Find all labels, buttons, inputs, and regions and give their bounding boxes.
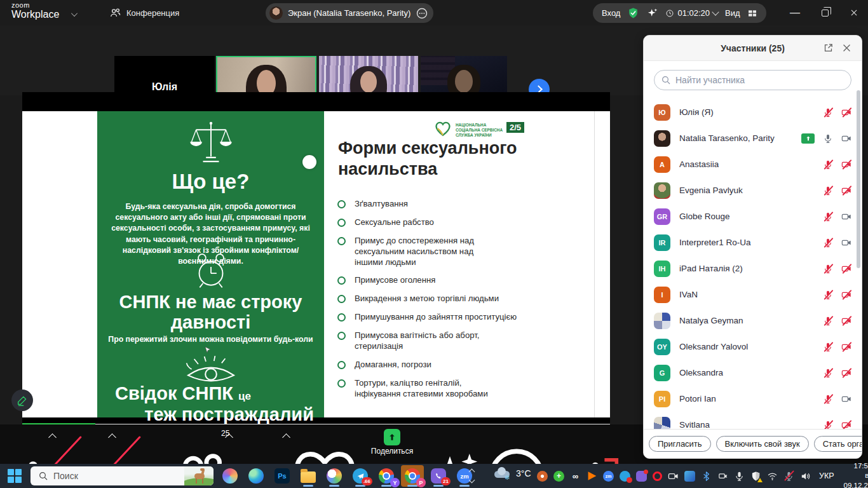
participant-row[interactable]: IH iPad Наталія (2): [644, 255, 862, 281]
annotate-button[interactable]: [11, 390, 33, 411]
mic-muted-icon[interactable]: [823, 107, 833, 118]
camera-on-icon[interactable]: [841, 212, 851, 222]
claim-host-button[interactable]: Стать организатором: [814, 436, 862, 452]
close-button[interactable]: [841, 0, 867, 25]
microphone-tray-icon[interactable]: [734, 471, 745, 482]
taskbar-search-input[interactable]: [53, 471, 179, 481]
meeting-timer[interactable]: 01:02:20: [665, 8, 718, 18]
mic-disabled-icon[interactable]: [783, 471, 794, 482]
camera-off-icon[interactable]: [841, 368, 851, 378]
volume-icon[interactable]: [800, 471, 811, 482]
participant-row[interactable]: GR Globe Rouge: [644, 203, 862, 229]
camera-on-icon[interactable]: [841, 238, 851, 248]
chrome-profile-p-icon[interactable]: P: [401, 465, 424, 487]
camera-on-icon[interactable]: [841, 133, 851, 144]
avatar: Ю: [654, 104, 670, 121]
photos-tray-icon[interactable]: [684, 471, 695, 482]
tab-meeting[interactable]: Конференция: [109, 0, 179, 25]
search-input[interactable]: [675, 75, 844, 85]
mic-muted-icon[interactable]: [823, 212, 833, 222]
participant-row[interactable]: A Anastasiia: [644, 151, 862, 177]
edge-icon[interactable]: [245, 465, 268, 487]
mic-muted-icon[interactable]: [823, 264, 833, 274]
camera-off-icon[interactable]: [841, 316, 851, 326]
camera-off-icon[interactable]: [841, 107, 851, 118]
camera-off-icon[interactable]: [841, 342, 851, 352]
taskbar-scroll-arrows[interactable]: [466, 465, 477, 487]
mic-muted-icon[interactable]: [823, 290, 833, 300]
view-grid-icon[interactable]: [747, 8, 757, 18]
person-face: [455, 70, 473, 93]
more-options-icon[interactable]: [416, 7, 428, 20]
start-button[interactable]: [8, 469, 22, 483]
mic-muted-icon[interactable]: [823, 159, 833, 170]
mic-muted-icon[interactable]: [823, 394, 833, 404]
paint-icon[interactable]: [323, 465, 346, 487]
participant-row[interactable]: IR Interpreter1 Ro-Ua: [644, 229, 862, 255]
participant-row[interactable]: OY Oleksandr Yalovol: [644, 334, 862, 360]
camera-off-icon[interactable]: [841, 186, 851, 196]
search-highlight-image[interactable]: [184, 466, 214, 485]
participant-row[interactable]: Ю Юлія (Я): [644, 99, 862, 125]
telegram-icon[interactable]: .66: [349, 465, 372, 487]
participant-row[interactable]: Natalia Tarasenko, Parity: [644, 125, 862, 151]
participant-row[interactable]: Evgenia Pavlyuk: [644, 177, 862, 203]
photoshop-icon[interactable]: Ps: [271, 465, 294, 487]
language-indicator[interactable]: УКР: [819, 471, 834, 480]
ai-sparkle-icon[interactable]: [646, 7, 658, 19]
viber-tray-icon[interactable]: [636, 471, 647, 482]
popout-icon[interactable]: [823, 43, 834, 53]
witness-line2: теж постраждалий: [97, 404, 324, 425]
opera-tray-icon[interactable]: [653, 471, 662, 481]
mouse-cursor: [204, 346, 212, 354]
view-button[interactable]: Вид: [725, 8, 740, 18]
camera-off-icon[interactable]: [841, 264, 851, 274]
unmute-self-button[interactable]: Включить свой звук: [716, 436, 809, 452]
restore-button[interactable]: [812, 0, 837, 25]
mic-muted-icon[interactable]: [823, 316, 833, 326]
participant-row[interactable]: PI Potori Ian: [644, 386, 862, 412]
clock-date[interactable]: 17:54 вт 09.12.25: [844, 461, 868, 488]
shield-check-icon[interactable]: [627, 7, 639, 19]
participant-row[interactable]: G Oleksandra: [644, 360, 862, 386]
circle-bullet-icon: [337, 379, 346, 388]
network-icon[interactable]: [767, 471, 778, 482]
share-screen-button[interactable]: Поделиться: [362, 429, 422, 456]
security-shield-icon[interactable]: [750, 471, 761, 482]
camera-on-icon[interactable]: [841, 394, 851, 404]
viber-icon[interactable]: 21: [427, 465, 450, 487]
mic-muted-icon[interactable]: [823, 368, 833, 378]
sign-in-button[interactable]: Вход: [602, 8, 620, 18]
creative-cloud-icon[interactable]: ∞: [570, 471, 581, 482]
avatar: [654, 313, 670, 329]
chrome-profile-y-icon[interactable]: Y: [375, 465, 398, 487]
mic-muted-icon[interactable]: [823, 238, 833, 248]
taskbar-search[interactable]: [31, 466, 214, 485]
chevron-down-icon[interactable]: [71, 10, 78, 17]
mic-muted-icon[interactable]: [823, 342, 833, 352]
participant-row[interactable]: I IVaN: [644, 281, 862, 308]
zoom-tray-icon[interactable]: zm: [603, 471, 614, 482]
mic-on-icon[interactable]: [823, 133, 833, 144]
copilot-icon[interactable]: [219, 465, 241, 487]
participant-search[interactable]: [654, 70, 851, 90]
mic-muted-icon[interactable]: [823, 186, 833, 196]
chat-options-chevron[interactable]: [282, 433, 290, 442]
tab-shared-screen[interactable]: Экран (Natalia Tarasenko, Parity): [266, 3, 433, 23]
safely-remove-device-icon[interactable]: [717, 471, 728, 482]
weather-widget[interactable]: ❄ 3°C: [493, 467, 531, 480]
participant-row[interactable]: Natalya Geyman: [644, 308, 862, 334]
tray-app-icon[interactable]: [537, 471, 548, 482]
tray-antivirus-icon[interactable]: +: [553, 471, 564, 482]
camera-off-icon[interactable]: [841, 290, 851, 300]
camera-off-icon[interactable]: [841, 159, 851, 170]
minimize-button[interactable]: —: [782, 0, 808, 25]
close-icon[interactable]: [841, 43, 852, 53]
invite-button[interactable]: Пригласить: [649, 436, 711, 452]
scrollbar[interactable]: [857, 90, 860, 268]
telegram-tray-icon[interactable]: [620, 471, 630, 482]
avast-icon[interactable]: [587, 471, 597, 482]
bluetooth-icon[interactable]: [701, 471, 712, 482]
camera-tray-icon[interactable]: [668, 471, 679, 482]
file-explorer-icon[interactable]: [297, 465, 320, 487]
